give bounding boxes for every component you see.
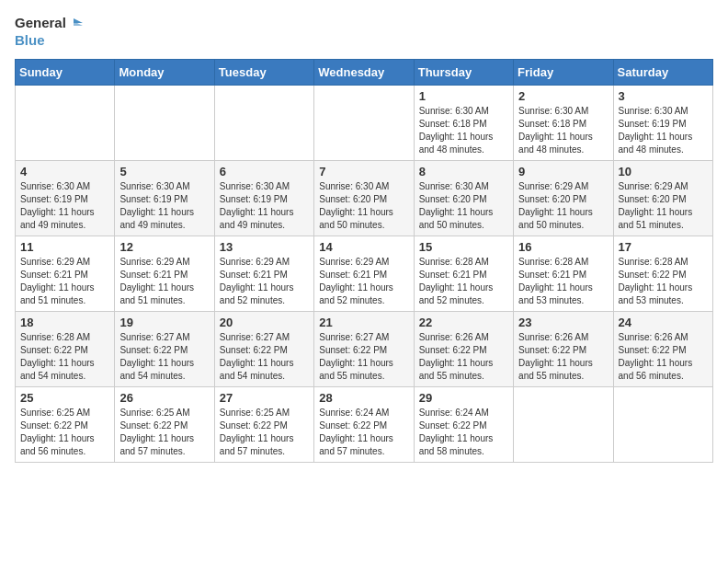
logo-text: General Blue [15,15,85,48]
calendar-cell: 17Sunrise: 6:28 AM Sunset: 6:22 PM Dayli… [613,236,712,312]
day-number: 1 [419,89,508,103]
day-info: Sunrise: 6:29 AM Sunset: 6:20 PM Dayligh… [619,180,708,232]
calendar-cell: 5Sunrise: 6:30 AM Sunset: 6:19 PM Daylig… [115,161,214,236]
day-number: 9 [518,165,608,178]
weekday-header-thursday: Thursday [414,60,513,86]
day-info: Sunrise: 6:28 AM Sunset: 6:21 PM Dayligh… [419,256,508,307]
weekday-header-tuesday: Tuesday [214,60,313,86]
calendar-cell: 20Sunrise: 6:27 AM Sunset: 6:22 PM Dayli… [214,312,313,387]
weekday-header-sunday: Sunday [16,60,115,86]
day-info: Sunrise: 6:30 AM Sunset: 6:19 PM Dayligh… [119,180,209,232]
day-info: Sunrise: 6:25 AM Sunset: 6:22 PM Dayligh… [20,407,109,458]
calendar-cell [115,86,214,161]
calendar-cell: 14Sunrise: 6:29 AM Sunset: 6:21 PM Dayli… [314,236,414,312]
day-info: Sunrise: 6:26 AM Sunset: 6:22 PM Dayligh… [419,331,508,383]
day-info: Sunrise: 6:30 AM Sunset: 6:19 PM Dayligh… [619,105,708,156]
day-info: Sunrise: 6:25 AM Sunset: 6:22 PM Dayligh… [220,407,309,458]
logo: General Blue [15,15,85,48]
day-info: Sunrise: 6:24 AM Sunset: 6:22 PM Dayligh… [419,407,508,458]
day-info: Sunrise: 6:30 AM Sunset: 6:18 PM Dayligh… [518,105,608,156]
day-info: Sunrise: 6:27 AM Sunset: 6:22 PM Dayligh… [119,331,209,383]
calendar-cell: 19Sunrise: 6:27 AM Sunset: 6:22 PM Dayli… [115,312,214,387]
calendar-cell: 2Sunrise: 6:30 AM Sunset: 6:18 PM Daylig… [514,86,613,161]
calendar-cell: 11Sunrise: 6:29 AM Sunset: 6:21 PM Dayli… [16,236,115,312]
day-info: Sunrise: 6:26 AM Sunset: 6:22 PM Dayligh… [619,331,708,383]
day-number: 26 [119,391,209,405]
calendar-cell: 22Sunrise: 6:26 AM Sunset: 6:22 PM Dayli… [414,312,513,387]
calendar-cell [514,387,613,463]
calendar-cell [314,86,414,161]
logo-bird-icon [68,16,85,32]
day-number: 28 [319,391,408,405]
day-info: Sunrise: 6:29 AM Sunset: 6:21 PM Dayligh… [20,256,109,307]
day-info: Sunrise: 6:30 AM Sunset: 6:19 PM Dayligh… [220,180,309,232]
day-number: 2 [518,89,608,103]
calendar-cell: 21Sunrise: 6:27 AM Sunset: 6:22 PM Dayli… [314,312,414,387]
day-info: Sunrise: 6:24 AM Sunset: 6:22 PM Dayligh… [319,407,408,458]
day-info: Sunrise: 6:25 AM Sunset: 6:22 PM Dayligh… [119,407,209,458]
page-header: General Blue [15,15,713,48]
calendar-cell: 8Sunrise: 6:30 AM Sunset: 6:20 PM Daylig… [414,161,513,236]
day-info: Sunrise: 6:30 AM Sunset: 6:19 PM Dayligh… [20,180,109,232]
week-row-0: 1Sunrise: 6:30 AM Sunset: 6:18 PM Daylig… [16,86,713,161]
calendar-cell: 29Sunrise: 6:24 AM Sunset: 6:22 PM Dayli… [414,387,513,463]
calendar-cell: 4Sunrise: 6:30 AM Sunset: 6:19 PM Daylig… [16,161,115,236]
week-row-3: 18Sunrise: 6:28 AM Sunset: 6:22 PM Dayli… [16,312,713,387]
day-info: Sunrise: 6:29 AM Sunset: 6:21 PM Dayligh… [319,256,408,307]
calendar-cell [214,86,313,161]
day-number: 8 [419,165,508,178]
day-number: 18 [20,316,109,329]
weekday-header-row: SundayMondayTuesdayWednesdayThursdayFrid… [16,60,713,86]
day-info: Sunrise: 6:26 AM Sunset: 6:22 PM Dayligh… [518,331,608,383]
day-number: 20 [220,316,309,329]
day-info: Sunrise: 6:30 AM Sunset: 6:20 PM Dayligh… [319,180,408,232]
day-info: Sunrise: 6:30 AM Sunset: 6:20 PM Dayligh… [419,180,508,232]
day-number: 15 [419,240,508,254]
calendar-cell: 27Sunrise: 6:25 AM Sunset: 6:22 PM Dayli… [214,387,313,463]
calendar-cell: 9Sunrise: 6:29 AM Sunset: 6:20 PM Daylig… [514,161,613,236]
day-number: 13 [220,240,309,254]
calendar-cell: 28Sunrise: 6:24 AM Sunset: 6:22 PM Dayli… [314,387,414,463]
day-info: Sunrise: 6:29 AM Sunset: 6:21 PM Dayligh… [119,256,209,307]
day-number: 11 [20,240,109,254]
day-number: 12 [119,240,209,254]
weekday-header-monday: Monday [115,60,214,86]
day-info: Sunrise: 6:29 AM Sunset: 6:21 PM Dayligh… [220,256,309,307]
day-info: Sunrise: 6:27 AM Sunset: 6:22 PM Dayligh… [319,331,408,383]
day-number: 3 [619,89,708,103]
day-number: 14 [319,240,408,254]
day-number: 16 [518,240,608,254]
weekday-header-wednesday: Wednesday [314,60,414,86]
day-number: 10 [619,165,708,178]
calendar-cell [16,86,115,161]
day-info: Sunrise: 6:28 AM Sunset: 6:21 PM Dayligh… [518,256,608,307]
week-row-1: 4Sunrise: 6:30 AM Sunset: 6:19 PM Daylig… [16,161,713,236]
day-info: Sunrise: 6:28 AM Sunset: 6:22 PM Dayligh… [20,331,109,383]
day-info: Sunrise: 6:29 AM Sunset: 6:20 PM Dayligh… [518,180,608,232]
calendar-cell: 12Sunrise: 6:29 AM Sunset: 6:21 PM Dayli… [115,236,214,312]
calendar-cell: 24Sunrise: 6:26 AM Sunset: 6:22 PM Dayli… [613,312,712,387]
calendar-cell: 7Sunrise: 6:30 AM Sunset: 6:20 PM Daylig… [314,161,414,236]
day-number: 21 [319,316,408,329]
calendar-cell: 6Sunrise: 6:30 AM Sunset: 6:19 PM Daylig… [214,161,313,236]
calendar-cell: 25Sunrise: 6:25 AM Sunset: 6:22 PM Dayli… [16,387,115,463]
weekday-header-saturday: Saturday [613,60,712,86]
calendar-cell: 16Sunrise: 6:28 AM Sunset: 6:21 PM Dayli… [514,236,613,312]
calendar-cell: 26Sunrise: 6:25 AM Sunset: 6:22 PM Dayli… [115,387,214,463]
day-info: Sunrise: 6:27 AM Sunset: 6:22 PM Dayligh… [220,331,309,383]
week-row-2: 11Sunrise: 6:29 AM Sunset: 6:21 PM Dayli… [16,236,713,312]
day-number: 7 [319,165,408,178]
day-number: 29 [419,391,508,405]
day-number: 22 [419,316,508,329]
day-number: 6 [220,165,309,178]
calendar-cell [613,387,712,463]
day-info: Sunrise: 6:28 AM Sunset: 6:22 PM Dayligh… [619,256,708,307]
weekday-header-friday: Friday [514,60,613,86]
day-number: 19 [119,316,209,329]
day-number: 4 [20,165,109,178]
day-number: 17 [619,240,708,254]
calendar-cell: 10Sunrise: 6:29 AM Sunset: 6:20 PM Dayli… [613,161,712,236]
day-info: Sunrise: 6:30 AM Sunset: 6:18 PM Dayligh… [419,105,508,156]
calendar-cell: 23Sunrise: 6:26 AM Sunset: 6:22 PM Dayli… [514,312,613,387]
day-number: 24 [619,316,708,329]
